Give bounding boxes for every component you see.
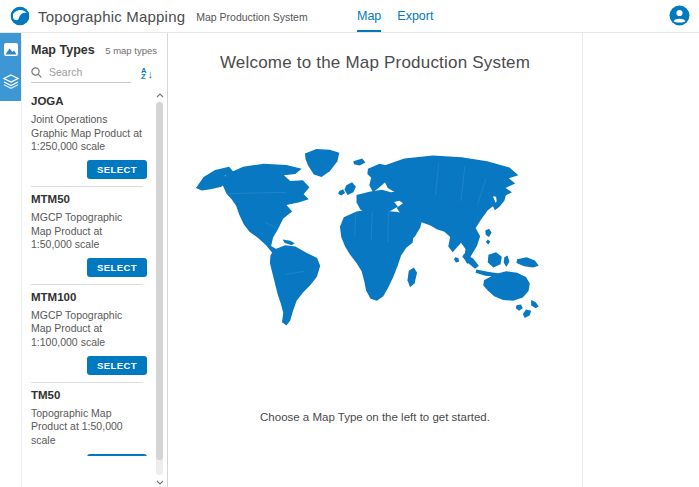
app-header: Topographic Mapping Map Production Syste…	[0, 0, 699, 33]
select-button[interactable]: SELECT	[87, 356, 147, 375]
app-body: Map Types 5 map types A Z ↓	[0, 33, 699, 487]
map-type-count: 5 map types	[105, 45, 157, 56]
map-type-description: MGCP Topographic Map Product at 1:100,00…	[31, 309, 143, 350]
chevron-up-icon[interactable]	[156, 90, 164, 100]
map-type-name: JOGA	[31, 95, 143, 107]
sort-letter-z: Z	[141, 74, 146, 81]
panel-title: Map Types	[31, 43, 95, 57]
select-button[interactable]: SELECT	[87, 160, 147, 179]
tool-block	[0, 33, 21, 101]
sort-az-icon[interactable]: A Z ↓	[141, 68, 153, 81]
search-row: A Z ↓	[22, 61, 167, 85]
map-type-list-item: MTM100 MGCP Topographic Map Product at 1…	[31, 285, 143, 383]
map-preview-icon[interactable]	[0, 33, 22, 65]
select-button[interactable]: SELECT	[87, 258, 147, 277]
app-subtitle: Map Production System	[196, 9, 307, 23]
user-avatar-icon[interactable]	[669, 5, 690, 26]
panel-head: Map Types 5 map types	[22, 33, 167, 61]
map-type-description: Topographic Map Product at 1:50,000 scal…	[31, 407, 143, 448]
tab-map[interactable]: Map	[357, 0, 381, 32]
search-input[interactable]	[47, 65, 129, 79]
map-type-name: MTM100	[31, 291, 143, 303]
sidebar-scrollbar	[155, 90, 164, 487]
header-tabs: Map Export	[357, 0, 433, 32]
main-area: Welcome to the Map Production System	[168, 33, 699, 487]
chevron-down-icon[interactable]	[156, 477, 164, 487]
welcome-heading: Welcome to the Map Production System	[168, 53, 582, 73]
map-type-list-item: TM50 Topographic Map Product at 1:50,000…	[31, 383, 143, 456]
tool-strip	[0, 33, 22, 487]
map-type-name: TM50	[31, 389, 143, 401]
globe-icon	[10, 6, 30, 26]
map-type-list: JOGA Joint Operations Graphic Map Produc…	[22, 89, 167, 456]
map-type-description: MGCP Topographic Map Product at 1:50,000…	[31, 211, 143, 252]
search-icon	[31, 67, 42, 78]
scrollbar-thumb[interactable]	[156, 102, 163, 460]
instruction-text: Choose a Map Type on the left to get sta…	[168, 411, 582, 423]
search-box	[31, 65, 131, 83]
welcome-frame: Welcome to the Map Production System	[168, 33, 583, 487]
map-type-list-item: JOGA Joint Operations Graphic Map Produc…	[31, 89, 143, 187]
map-type-name: MTM50	[31, 193, 143, 205]
map-type-description: Joint Operations Graphic Map Product at …	[31, 113, 143, 154]
tab-export[interactable]: Export	[397, 0, 433, 32]
select-button[interactable]: SELECT	[87, 454, 147, 456]
world-map-image	[177, 121, 573, 344]
map-type-list-item: MTM50 MGCP Topographic Map Product at 1:…	[31, 187, 143, 285]
sort-arrow: ↓	[147, 68, 153, 80]
layers-icon[interactable]	[0, 65, 22, 97]
scrollbar-track[interactable]	[156, 102, 163, 475]
map-types-panel: Map Types 5 map types A Z ↓	[22, 33, 168, 487]
app-title: Topographic Mapping	[38, 8, 185, 25]
